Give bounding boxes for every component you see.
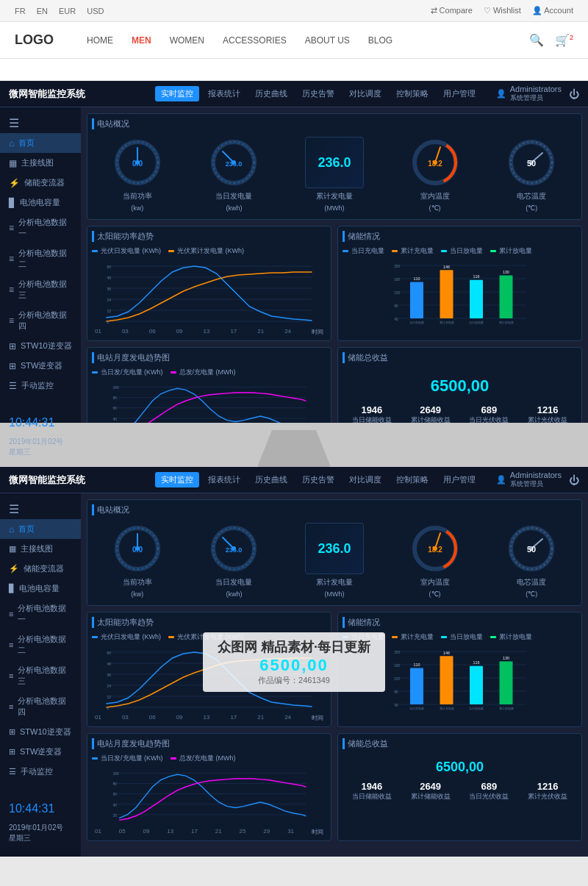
manual-icon: ☰ (9, 381, 17, 391)
x-lbl-2: 03 (122, 714, 129, 722)
revenue-main-value: 6500,00 (343, 368, 577, 404)
nav-report-2[interactable]: 报表统计 (202, 472, 246, 487)
ld-c2 (441, 636, 447, 638)
nav-compare-2[interactable]: 对比调度 (343, 472, 387, 487)
gauge-label-core: 电芯温度 (517, 191, 546, 201)
mx-lbl-2: 21 (215, 828, 222, 836)
compare-link[interactable]: ⇄ Compare (431, 6, 473, 15)
solar-chart-2: 太阳能功率趋势 光伏日发电量 (KWh) 光伏累计发电量 (KWh) (87, 612, 331, 727)
nav-about[interactable]: ABOUT US (305, 35, 350, 46)
nav-men[interactable]: MEN (132, 35, 151, 46)
nav-blog[interactable]: BLOG (368, 35, 392, 46)
gauge-circle-temp: 18.2 (409, 137, 461, 188)
mx-lbl-2: 25 (240, 828, 246, 836)
nav-realtime-2[interactable]: 实时监控 (155, 472, 199, 487)
nav-accessories[interactable]: ACCESSORIES (223, 35, 287, 46)
svg-text:40: 40 (113, 418, 118, 421)
rev-label-2: 累计储能收益 (411, 415, 451, 423)
sidebar-battery-2[interactable]: ▊ 电池电容量 (0, 579, 81, 599)
sidebar-stw10-2[interactable]: ⊞ STW10逆变器 (0, 722, 81, 742)
sidebar-item-stw10[interactable]: ⊞ STW10逆变器 (0, 336, 81, 356)
main-content-2: 电站概况 0.0 (81, 493, 588, 857)
wishlist-link[interactable]: ♡ Wishlist (484, 6, 521, 15)
sidebar-label-stw10: STW10逆变器 (21, 340, 72, 351)
sidebar-manual-2[interactable]: ☰ 手动监控 (0, 762, 81, 782)
nav-control[interactable]: 控制策略 (390, 86, 434, 101)
svg-text:累计放电量: 累计放电量 (499, 321, 514, 324)
sidebar-item-stw[interactable]: ⊞ STW逆变器 (0, 356, 81, 376)
storage-chart: 储能情况 当日充电量 累计充电量 (337, 226, 582, 341)
sidebar-item-home[interactable]: ⌂ 首页 (0, 133, 81, 153)
manual-icon-2: ☰ (9, 767, 16, 776)
legend-label-ct: 累计充电量 (401, 246, 434, 256)
sidebar: ☰ ⌂ 首页 ▦ 主接线图 ⚡ 储能变流器 ▊ 电池电容量 (0, 107, 81, 423)
sidebar-item-data1[interactable]: ≡ 分析电池数据一 (0, 212, 81, 243)
revenue-box: 储能总收益 6500,00 1946 当日储能收益 2649 累计储能收益 (337, 347, 582, 423)
menu-icon[interactable]: ☰ (0, 113, 81, 133)
x-label: 01 (95, 328, 101, 336)
nav-women[interactable]: WOMEN (170, 35, 204, 46)
x-lbl-2: 09 (176, 714, 183, 722)
monthly-svg: 100 80 60 40 20 (92, 380, 326, 423)
legend-cd-2: 当日充电量 (343, 632, 384, 642)
legend-dot-purple (171, 371, 176, 374)
cart-icon[interactable]: 🛒2 (555, 33, 573, 47)
sidebar-data2-2[interactable]: ≡ 分析电池数据二 (0, 629, 81, 660)
svg-text:累计放电量: 累计放电量 (499, 707, 514, 710)
power-button-2[interactable]: ⏻ (569, 474, 579, 486)
account-link[interactable]: 👤 Account (532, 6, 573, 15)
sidebar-item-data4[interactable]: ≡ 分析电池数据四 (0, 305, 81, 336)
currency-eur[interactable]: EUR (59, 7, 76, 15)
nav-history-2[interactable]: 历史曲线 (249, 472, 293, 487)
sidebar-data3-2[interactable]: ≡ 分析电池数据三 (0, 660, 81, 691)
gauge-circle-core: 50 (506, 137, 557, 188)
svg-text:12: 12 (107, 309, 112, 313)
sidebar-item-data3[interactable]: ≡ 分析电池数据三 (0, 274, 81, 305)
charts-row-1: 太阳能功率趋势 光伏日发电量 (KWh) 光伏累计发电量 (KWh) (87, 226, 582, 341)
search-icon[interactable]: 🔍 (529, 33, 544, 47)
sidebar-storage-2[interactable]: ⚡ 储能变流器 (0, 559, 81, 579)
gauge-svg-daily-2: 235.0 (208, 523, 259, 574)
sidebar-stw-2[interactable]: ⊞ STW逆变器 (0, 742, 81, 762)
menu-icon-2[interactable]: ☰ (0, 499, 81, 519)
sidebar-item-diagram[interactable]: ▦ 主接线图 (0, 153, 81, 173)
nav-history[interactable]: 历史曲线 (249, 86, 293, 101)
svg-text:120: 120 (394, 291, 400, 295)
nav-report[interactable]: 报表统计 (202, 86, 246, 101)
data2-icon: ≡ (9, 254, 14, 264)
sidebar-item-storage[interactable]: ⚡ 储能变流器 (0, 173, 81, 193)
svg-text:20: 20 (113, 814, 118, 818)
nav-user[interactable]: 用户管理 (437, 86, 481, 101)
nav-control-2[interactable]: 控制策略 (390, 472, 434, 487)
svg-text:当日充电量: 当日充电量 (409, 321, 424, 324)
gauge-circle-daily: 235.0 (208, 137, 259, 188)
rev-lbl-24: 累计光伏收益 (528, 792, 567, 801)
rev-stat-4: 1216 累计光伏收益 (528, 404, 567, 423)
nav-alarm[interactable]: 历史告警 (296, 86, 340, 101)
dashboard-container-2: 微网智能监控系统 实时监控 报表统计 历史曲线 历史告警 对比调度 控制策略 用… (0, 467, 588, 857)
lang-en[interactable]: EN (37, 7, 48, 15)
currency-usd[interactable]: USD (87, 7, 104, 15)
svg-text:40: 40 (113, 804, 118, 807)
legend-solar-daily: 光伏日发电量 (KWh) (92, 246, 161, 256)
sidebar-diagram-2[interactable]: ▦ 主接线图 (0, 539, 81, 559)
sidebar-item-battery[interactable]: ▊ 电池电容量 (0, 193, 81, 212)
sidebar-data4-2[interactable]: ≡ 分析电池数据四 (0, 691, 81, 722)
label-storage-2: 储能变流器 (24, 563, 64, 574)
sidebar-item-manual[interactable]: ☰ 手动监控 (0, 376, 81, 396)
nav-compare[interactable]: 对比调度 (343, 86, 387, 101)
search-cart-icons: 🔍 🛒2 (529, 33, 573, 47)
sidebar-home-2[interactable]: ⌂ 首页 (0, 519, 81, 539)
nav-realtime[interactable]: 实时监控 (155, 86, 199, 101)
gauge-unit-power-2: (kw) (131, 590, 143, 598)
power-button[interactable]: ⏻ (569, 88, 579, 100)
lang-fr[interactable]: FR (15, 7, 26, 15)
sidebar-date: 2019年01月02号 星期三 (0, 435, 81, 459)
dashboard-header-2: 微网智能监控系统 实时监控 报表统计 历史曲线 历史告警 对比调度 控制策略 用… (0, 467, 588, 493)
sidebar-item-data2[interactable]: ≡ 分析电池数据二 (0, 243, 81, 274)
nav-user-2[interactable]: 用户管理 (437, 472, 481, 487)
nav-alarm-2[interactable]: 历史告警 (296, 472, 340, 487)
sidebar-data1-2[interactable]: ≡ 分析电池数据一 (0, 599, 81, 629)
nav-home[interactable]: HOME (87, 35, 113, 46)
admin-info: 👤 Administrators 系统管理员 (496, 85, 562, 103)
